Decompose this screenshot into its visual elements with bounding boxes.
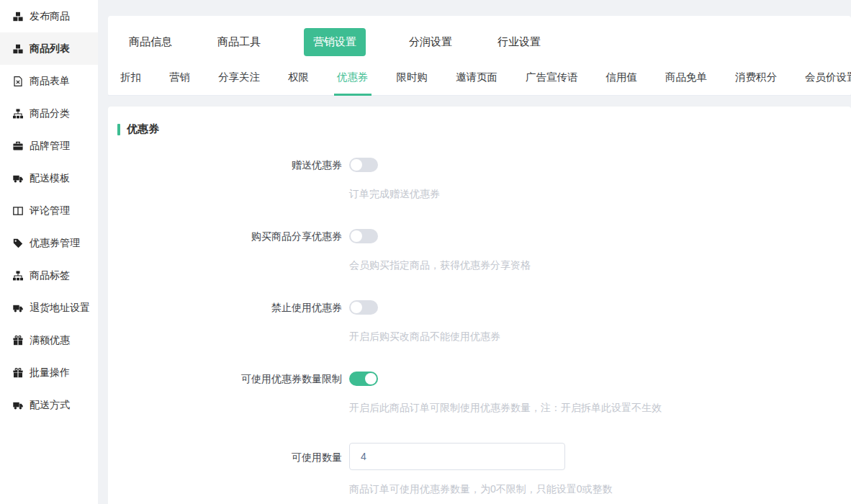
sidebar-item-full-amount-discount[interactable]: 满额优惠 (0, 324, 98, 356)
form-row-coupon-limit: 可使用优惠券数量限制 开启后此商品订单可限制使用优惠券数量，注：开启拆单此设置不… (117, 372, 851, 414)
sidebar-item-label: 优惠券管理 (30, 237, 80, 250)
subtab-free-order[interactable]: 商品免单 (662, 66, 710, 96)
sidebar-item-product-list[interactable]: 商品列表 (0, 32, 98, 65)
subtab-marketing[interactable]: 营销 (166, 66, 193, 96)
sidebar-item-label: 发布商品 (30, 10, 70, 23)
field-helper-text: 开启后购买改商品不能使用优惠券 (349, 330, 500, 343)
subtab-invite-page[interactable]: 邀请页面 (453, 66, 500, 96)
file-excel-icon (12, 76, 23, 86)
cubes-icon (12, 11, 23, 22)
subtab-coupon[interactable]: 优惠券 (334, 66, 372, 96)
subtab-member-price[interactable]: 会员价设置 (802, 66, 851, 96)
section-accent-bar (117, 124, 120, 135)
sidebar-item-publish-product[interactable]: 发布商品 (0, 0, 98, 32)
truck-icon (12, 173, 23, 184)
field-label: 禁止使用优惠券 (117, 300, 342, 343)
sidebar-item-batch-operations[interactable]: 批量操作 (0, 356, 98, 389)
sidebar-item-label: 商品表单 (30, 75, 70, 88)
tabs-card: 商品信息 商品工具 营销设置 分润设置 行业设置 折扣 营销 分享关注 权限 优… (108, 16, 851, 96)
columns-icon (12, 205, 23, 216)
form-row-usable-count: 可使用数量 商品订单可使用优惠券数量，为0不限制，只能设置0或整数 注：开启拆单… (117, 443, 851, 504)
tab-product-tools[interactable]: 商品工具 (215, 35, 263, 49)
coupon-settings-card: 优惠券 赠送优惠券 订单完成赠送优惠券 购买商品分享优惠券 会员购买指定商品，获… (108, 107, 851, 504)
subtab-permissions[interactable]: 权限 (285, 66, 312, 96)
form-row-forbid-coupon: 禁止使用优惠券 开启后购买改商品不能使用优惠券 (117, 300, 851, 343)
field-helper-text: 订单完成赠送优惠券 (349, 187, 440, 200)
sidebar-item-label: 商品标签 (30, 269, 70, 282)
sitemap-icon (12, 270, 23, 281)
truck-icon (12, 302, 23, 313)
secondary-tab-bar: 折扣 营销 分享关注 权限 优惠券 限时购 邀请页面 广告宣传语 信用值 商品免… (108, 66, 851, 96)
toggle-knob (365, 373, 377, 384)
sitemap-icon (12, 108, 23, 119)
share-coupon-toggle[interactable] (349, 229, 378, 243)
field-label: 可使用数量 (117, 443, 342, 504)
toggle-knob (351, 230, 362, 242)
subtab-discount[interactable]: 折扣 (117, 66, 144, 96)
sidebar-item-label: 品牌管理 (30, 140, 70, 153)
section-title: 优惠券 (117, 122, 851, 136)
tab-profit-settings[interactable]: 分润设置 (407, 35, 454, 49)
subtab-share-follow[interactable]: 分享关注 (215, 66, 263, 96)
gift-icon (12, 335, 23, 346)
field-helper-text: 商品订单可使用优惠券数量，为0不限制，只能设置0或整数 (349, 482, 613, 495)
subtab-consume-points[interactable]: 消费积分 (732, 66, 780, 96)
forbid-coupon-toggle[interactable] (349, 300, 378, 315)
main-content: 商品信息 商品工具 营销设置 分润设置 行业设置 折扣 营销 分享关注 权限 优… (98, 16, 851, 504)
gift-coupon-toggle[interactable] (349, 158, 378, 172)
sidebar-item-return-address-settings[interactable]: 退货地址设置 (0, 292, 98, 324)
field-label: 可使用优惠券数量限制 (117, 372, 342, 414)
sidebar: 发布商品 商品列表 商品表单 商品分类 品牌管理 配送模板 评论管理 优惠券管理… (0, 0, 98, 504)
sidebar-item-product-tags[interactable]: 商品标签 (0, 259, 98, 292)
subtab-credit-value[interactable]: 信用值 (603, 66, 641, 96)
sidebar-item-shipping-template[interactable]: 配送模板 (0, 162, 98, 194)
field-label: 赠送优惠券 (117, 158, 342, 200)
subtab-ad-slogan[interactable]: 广告宣传语 (523, 66, 581, 96)
subtab-flash-sale[interactable]: 限时购 (394, 66, 431, 96)
gift-icon (12, 367, 23, 378)
form-row-gift-coupon: 赠送优惠券 订单完成赠送优惠券 (117, 158, 851, 200)
sidebar-item-product-category[interactable]: 商品分类 (0, 97, 98, 130)
sidebar-item-label: 批量操作 (30, 366, 70, 379)
toggle-knob (351, 159, 362, 171)
toggle-knob (351, 302, 362, 313)
sidebar-item-product-form[interactable]: 商品表单 (0, 65, 98, 97)
sidebar-item-label: 商品列表 (30, 42, 70, 55)
sidebar-item-label: 商品分类 (30, 107, 70, 120)
sidebar-item-shipping-method[interactable]: 配送方式 (0, 389, 98, 421)
primary-tab-bar: 商品信息 商品工具 营销设置 分润设置 行业设置 (108, 27, 851, 57)
sidebar-item-coupon-management[interactable]: 优惠券管理 (0, 227, 98, 259)
briefcase-icon (12, 140, 23, 151)
sidebar-item-label: 退货地址设置 (30, 302, 90, 315)
sidebar-item-label: 配送模板 (30, 172, 70, 185)
sidebar-item-label: 评论管理 (30, 204, 70, 217)
sidebar-item-review-management[interactable]: 评论管理 (0, 194, 98, 227)
tab-product-info[interactable]: 商品信息 (127, 35, 174, 49)
field-helper-text: 会员购买指定商品，获得优惠券分享资格 (349, 258, 531, 271)
field-label: 购买商品分享优惠券 (117, 229, 342, 271)
tab-industry-settings[interactable]: 行业设置 (495, 35, 543, 49)
sidebar-item-label: 配送方式 (30, 399, 70, 412)
form-row-share-coupon: 购买商品分享优惠券 会员购买指定商品，获得优惠券分享资格 (117, 229, 851, 271)
truck-icon (12, 400, 23, 410)
tag-icon (12, 238, 23, 248)
sidebar-item-label: 满额优惠 (30, 334, 70, 347)
field-helper-text: 开启后此商品订单可限制使用优惠券数量，注：开启拆单此设置不生效 (349, 401, 662, 414)
usable-count-input[interactable] (349, 443, 565, 470)
section-title-text: 优惠券 (127, 122, 159, 136)
sidebar-item-brand-management[interactable]: 品牌管理 (0, 130, 98, 162)
cubes-icon (12, 43, 23, 54)
tab-marketing-settings[interactable]: 营销设置 (304, 28, 366, 56)
coupon-limit-toggle[interactable] (349, 372, 378, 386)
